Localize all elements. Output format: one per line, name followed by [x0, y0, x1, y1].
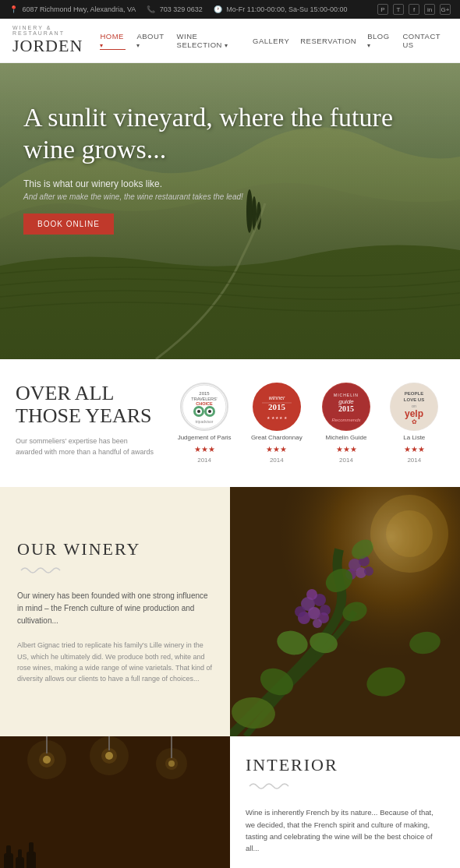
award-yelp: PEOPLE LOVE US on yelp ✿ La Liste ★★★ 20… [390, 383, 438, 464]
awards-right: 2015 TRAVELERS' CHOICE tripadvisor Judge… [172, 383, 444, 464]
award-michelin: MICHELIN guide 2015 Recommends Michelin … [322, 383, 370, 464]
yelp-badge: PEOPLE LOVE US on yelp ✿ [390, 383, 438, 431]
award-winner: winner 2015 ★ ★ ★ ★ ★ Great Chardonnay ★… [251, 383, 303, 464]
hero-content: A sunlit vineyard, where the future wine… [23, 102, 437, 235]
svg-text:tripadvisor: tripadvisor [196, 419, 214, 424]
pinterest-icon[interactable]: P [377, 4, 388, 15]
svg-text:2015: 2015 [199, 391, 210, 396]
interior-right: INTERIOR Wine is inherently French by it… [230, 736, 460, 868]
winery-left: OUR WINERY Our winery has been founded w… [0, 487, 230, 736]
svg-rect-84 [29, 842, 34, 855]
svg-rect-78 [0, 736, 230, 868]
svg-text:MICHELIN: MICHELIN [334, 393, 359, 397]
winery-desc2: Albert Gignac tried to replicate his fam… [17, 640, 213, 685]
awards-title: OVER ALL THOSE YEARS [16, 383, 156, 427]
svg-text:PEOPLE: PEOPLE [405, 391, 423, 396]
top-bar: 📍 6087 Richmond Hwy, Alexandria, VA 📞 70… [0, 0, 460, 19]
award-year-yelp: 2014 [407, 457, 421, 464]
interior-section: INTERIOR Wine is inherently French by it… [0, 736, 460, 868]
tripadvisor-badge: 2015 TRAVELERS' CHOICE tripadvisor [180, 383, 228, 431]
twitter-icon[interactable]: T [393, 4, 404, 15]
awards-left: OVER ALL THOSE YEARS Our sommeliers' exp… [16, 383, 172, 464]
nav-blog[interactable]: BLOG [367, 32, 391, 49]
linkedin-icon[interactable]: in [424, 4, 435, 15]
svg-text:★ ★ ★ ★ ★: ★ ★ ★ ★ ★ [267, 415, 288, 420]
book-online-button[interactable]: BOOK ONLINE [23, 213, 114, 235]
nav-gallery[interactable]: GALLERY [253, 37, 289, 45]
interior-title: INTERIOR [246, 755, 444, 775]
award-name-winner: Great Chardonnay [251, 434, 303, 442]
hero-subtitle: This is what our winery looks like. [23, 178, 437, 189]
location-icon: 📍 [9, 5, 18, 13]
michelin-badge: MICHELIN guide 2015 Recommends [322, 383, 370, 431]
awards-desc: Our sommeliers' expertise has been award… [16, 436, 156, 457]
top-bar-info: 📍 6087 Richmond Hwy, Alexandria, VA 📞 70… [9, 5, 347, 13]
award-tripadvisor: 2015 TRAVELERS' CHOICE tripadvisor Judge… [178, 383, 232, 464]
nav-home[interactable]: HOME [100, 32, 126, 50]
address: 📍 6087 Richmond Hwy, Alexandria, VA [9, 5, 136, 13]
award-stars-winner: ★★★ [266, 445, 287, 453]
svg-text:LOVE US: LOVE US [404, 397, 424, 402]
facebook-icon[interactable]: f [409, 4, 419, 15]
hero-title: A sunlit vineyard, where the future wine… [23, 102, 437, 166]
award-stars-michelin: ★★★ [336, 445, 357, 453]
googleplus-icon[interactable]: G+ [440, 4, 451, 15]
nav-about[interactable]: ABOUT [136, 32, 165, 49]
svg-text:yelp: yelp [405, 408, 423, 419]
hours: 🕐 Mo-Fr 11:00-00:00, Sa-Su 15:00-00:00 [214, 5, 348, 13]
award-stars-tripadvisor: ★★★ [194, 445, 215, 453]
award-name-yelp: La Liste [403, 434, 425, 442]
svg-text:✿: ✿ [412, 418, 417, 425]
svg-point-48 [364, 566, 373, 576]
award-year-michelin: 2014 [339, 457, 353, 464]
award-year-winner: 2014 [270, 457, 284, 464]
winery-section: OUR WINERY Our winery has been founded w… [0, 487, 460, 736]
svg-text:2015: 2015 [268, 402, 286, 411]
svg-text:CHOICE: CHOICE [196, 401, 213, 406]
svg-point-43 [313, 619, 322, 628]
award-year-tripadvisor: 2014 [197, 457, 211, 464]
svg-text:winner: winner [268, 395, 285, 400]
svg-rect-80 [6, 845, 11, 857]
logo: WINERY & RESTAURANT JORDEN [12, 25, 100, 56]
award-name-tripadvisor: Judgement of Paris [178, 434, 232, 442]
interior-desc: Wine is inherently French by its nature.… [246, 806, 444, 854]
nav-wine-selection[interactable]: WINE SELECTION [177, 32, 242, 49]
svg-rect-82 [18, 849, 22, 860]
winery-image [230, 487, 460, 736]
winery-title: OUR WINERY [17, 539, 213, 559]
phone-icon: 📞 [147, 5, 155, 13]
svg-point-14 [208, 410, 211, 413]
interior-ornament [246, 780, 444, 796]
winery-ornament [17, 564, 213, 579]
logo-title: JORDEN [12, 36, 100, 56]
navbar: WINERY & RESTAURANT JORDEN HOME ABOUT WI… [0, 19, 460, 63]
award-name-michelin: Michelin Guide [326, 434, 367, 442]
svg-point-13 [197, 410, 200, 413]
hero-section: A sunlit vineyard, where the future wine… [0, 63, 460, 359]
hero-desc: And after we make the wine, the wine res… [23, 192, 437, 201]
interior-image [0, 736, 230, 868]
nav-links: HOME ABOUT WINE SELECTION GALLERY RESERV… [100, 32, 448, 50]
social-links[interactable]: P T f in G+ [377, 4, 451, 15]
clock-icon: 🕐 [214, 5, 222, 13]
nav-reservation[interactable]: RESERVATION [300, 37, 356, 45]
svg-point-42 [295, 606, 306, 617]
svg-point-40 [306, 589, 317, 600]
phone: 📞 703 329 0632 [147, 5, 203, 13]
svg-text:2015: 2015 [338, 404, 354, 413]
logo-subtitle: WINERY & RESTAURANT [12, 25, 100, 36]
award-stars-yelp: ★★★ [404, 445, 425, 453]
svg-point-56 [386, 510, 433, 557]
svg-text:Recommends: Recommends [331, 418, 360, 422]
nav-contact[interactable]: CONTACT US [402, 32, 448, 49]
winner-badge: winner 2015 ★ ★ ★ ★ ★ [253, 383, 301, 431]
winery-desc1: Our winery has been founded with one str… [17, 590, 213, 627]
awards-section: OVER ALL THOSE YEARS Our sommeliers' exp… [0, 359, 460, 487]
